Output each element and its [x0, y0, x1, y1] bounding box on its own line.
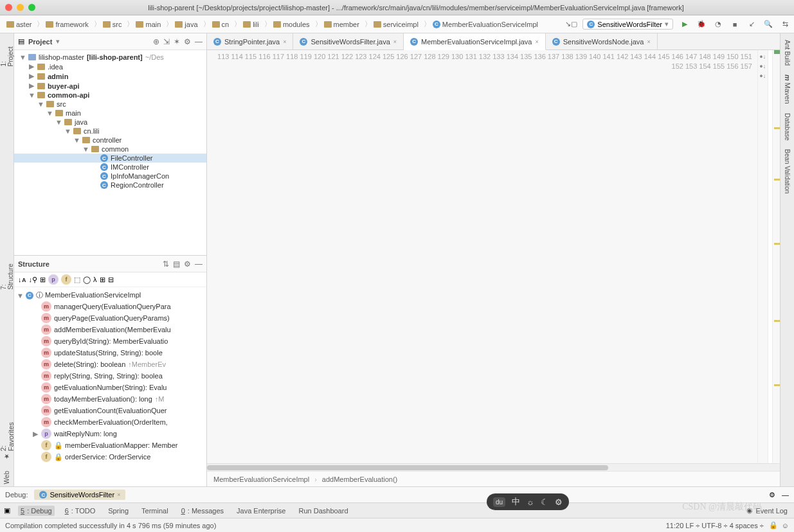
tab-favorites[interactable]: ★ 2: Favorites	[0, 412, 16, 463]
tree-item[interactable]: C IpInfoManagerCon	[14, 172, 206, 181]
debug-icon[interactable]: 🐞	[696, 19, 707, 30]
floating-toolbar[interactable]: du 中 ☼ ☾ ⚙	[487, 493, 569, 510]
hide-icon[interactable]: —	[782, 491, 789, 499]
horizontal-scrollbar[interactable]	[207, 463, 780, 471]
breadcrumb-item[interactable]: 〉CMemberEvaluationServiceImpl	[421, 19, 541, 29]
tab-bean[interactable]: Bean Validation	[782, 146, 792, 196]
structure-item[interactable]: m managerQuery(EvaluationQueryPara	[14, 301, 206, 312]
breadcrumb-item[interactable]: 〉framework	[34, 19, 91, 29]
tree-item[interactable]: ▶ .idea	[14, 62, 206, 71]
structure-item[interactable]: m getEvaluationCount(EvaluationQuer	[14, 405, 206, 416]
editor-breadcrumb[interactable]: MemberEvaluationServiceImpl›addMemberEva…	[207, 471, 780, 486]
tree-item[interactable]: ▶ buyer-api	[14, 81, 206, 91]
moon-icon[interactable]: ☾	[541, 497, 548, 507]
hector-icon[interactable]: ☺	[782, 522, 789, 529]
debug-session-tab[interactable]: CSensitiveWordsFilter ×	[34, 490, 125, 500]
run-icon[interactable]: ▶	[680, 19, 690, 30]
settings-icon[interactable]: ⇆	[780, 19, 790, 30]
structure-item[interactable]: f 🔒 orderService: OrderService	[14, 451, 206, 463]
editor-tab[interactable]: CSensitiveWordsFilter.java ×	[293, 33, 404, 49]
close-icon[interactable]	[5, 4, 12, 11]
tree-item[interactable]: ▼ lilishop-master [lili-shop-parent] ~/D…	[14, 53, 206, 62]
tree-item[interactable]: ▼ cn.lili	[14, 127, 206, 136]
structure-item[interactable]: ▶p waitReplyNum: long	[14, 428, 206, 439]
collapse-icon[interactable]: ✶	[174, 37, 180, 46]
zoom-icon[interactable]	[28, 4, 35, 11]
coverage-icon[interactable]: ◔	[713, 19, 723, 30]
tree-item[interactable]: C RegionController	[14, 181, 206, 190]
tab-database[interactable]: Database	[782, 111, 792, 143]
hide-icon[interactable]: —	[195, 260, 203, 269]
run-config-selector[interactable]: CSensitiveWordsFilter ▾	[582, 19, 673, 30]
show-fields-icon[interactable]: f	[61, 274, 71, 285]
tree-item[interactable]: ▼ common	[14, 145, 206, 154]
tree-item[interactable]: ▼ src	[14, 100, 206, 109]
sort-alpha-icon[interactable]: ↓ᴀ	[18, 276, 26, 284]
structure-item[interactable]: m addMemberEvaluation(MemberEvalu	[14, 324, 206, 335]
show-fields-icon[interactable]: ⊞	[40, 276, 46, 284]
tab-maven[interactable]: m Maven	[782, 72, 793, 107]
settings-icon[interactable]: ⚙	[184, 37, 191, 46]
sort-vis-icon[interactable]: ↓⚲	[29, 276, 38, 284]
structure-item[interactable]: m getEvaluationNumber(String): Evalu	[14, 382, 206, 393]
structure-root[interactable]: ▼C ⓘ MemberEvaluationServiceImpl	[14, 290, 206, 301]
du-icon[interactable]: du	[493, 497, 505, 507]
breadcrumb-item[interactable]: aster	[4, 21, 34, 28]
structure-item[interactable]: m queryPage(EvaluationQueryParams)	[14, 312, 206, 324]
breadcrumb-item[interactable]: 〉modules	[262, 19, 312, 29]
anon-icon[interactable]: ◯	[83, 276, 91, 284]
structure-item[interactable]: m checkMemberEvaluation(OrderItem,	[14, 416, 206, 428]
tab-ant[interactable]: Ant Build	[782, 37, 792, 68]
git-icon[interactable]: ↙	[746, 19, 757, 30]
search-icon[interactable]: 🔍	[763, 19, 773, 30]
gear-icon[interactable]: ⚙	[184, 260, 191, 269]
editor-tab[interactable]: CStringPointer.java ×	[207, 33, 293, 49]
tab-structure[interactable]: 7: Structure	[0, 254, 15, 292]
expand-icon[interactable]: ⇲	[163, 37, 170, 46]
editor-tab[interactable]: CMemberEvaluationServiceImpl.java ×	[404, 33, 546, 50]
breadcrumb-item[interactable]: 〉cn	[201, 19, 232, 29]
structure-item[interactable]: m delete(String): boolean ↑MemberEv	[14, 359, 206, 370]
hide-icon[interactable]: —	[195, 37, 203, 46]
tree-item[interactable]: ▼ controller	[14, 136, 206, 145]
structure-item[interactable]: m todayMemberEvaluation(): long ↑M	[14, 393, 206, 405]
bottom-tab[interactable]: Java Enterprise	[234, 506, 288, 516]
structure-item[interactable]: m reply(String, String, String): boolea	[14, 370, 206, 382]
project-tree[interactable]: ▼ lilishop-master [lili-shop-parent] ~/D…	[14, 50, 206, 255]
breadcrumb-item[interactable]: 〉member	[312, 19, 362, 29]
breadcrumb-item[interactable]: 〉java	[163, 19, 200, 29]
bottom-tab[interactable]: 5: Debug	[18, 506, 55, 516]
lock-icon[interactable]: 🔒	[769, 521, 778, 529]
tab-project[interactable]: 1: Project	[0, 37, 15, 69]
tab-web[interactable]: Web	[2, 468, 12, 486]
sort-icon[interactable]: ⇅	[163, 260, 169, 269]
bottom-tab[interactable]: 0: Messages	[179, 506, 226, 516]
breadcrumb-item[interactable]: 〉main	[124, 19, 163, 29]
breadcrumb-item[interactable]: 〉lili	[231, 19, 262, 29]
structure-item[interactable]: f 🔒 memberEvaluationMapper: Member	[14, 439, 206, 451]
tree-item[interactable]: ▶ admin	[14, 71, 206, 81]
tree-item[interactable]: C IMController	[14, 163, 206, 172]
select-opened-icon[interactable]: ⊕	[153, 37, 159, 46]
bottom-tab[interactable]: 6: TODO	[62, 506, 98, 516]
brightness-icon[interactable]: ☼	[527, 497, 534, 507]
gear-icon[interactable]: ⚙	[555, 497, 563, 507]
lambda-icon[interactable]: λ	[93, 276, 97, 283]
tree-item[interactable]: ▼ common-api	[14, 91, 206, 100]
make-icon[interactable]: ↘▢	[566, 19, 576, 30]
gear-icon[interactable]: ⚙	[769, 491, 775, 499]
tree-item[interactable]: C FileController	[14, 154, 206, 163]
error-stripe[interactable]	[772, 50, 780, 463]
show-prop-icon[interactable]: p	[48, 274, 59, 285]
lang-cn-icon[interactable]: 中	[512, 496, 520, 508]
bottom-tab[interactable]: Run Dashboard	[296, 506, 350, 516]
bottom-tab[interactable]: Spring	[105, 506, 131, 516]
bottom-tab[interactable]: Terminal	[139, 506, 171, 516]
editor-tab[interactable]: CSensitiveWordsNode.java ×	[546, 33, 658, 49]
filter-icon[interactable]: ▤	[173, 260, 180, 269]
breadcrumb-item[interactable]: 〉serviceimpl	[362, 19, 421, 29]
collapse-all-icon[interactable]: ⊟	[108, 276, 114, 284]
event-log-tab[interactable]: ◉ Event Log	[744, 505, 790, 516]
structure-item[interactable]: m updateStatus(String, String): boole	[14, 347, 206, 359]
tree-item[interactable]: ▼ main	[14, 109, 206, 118]
